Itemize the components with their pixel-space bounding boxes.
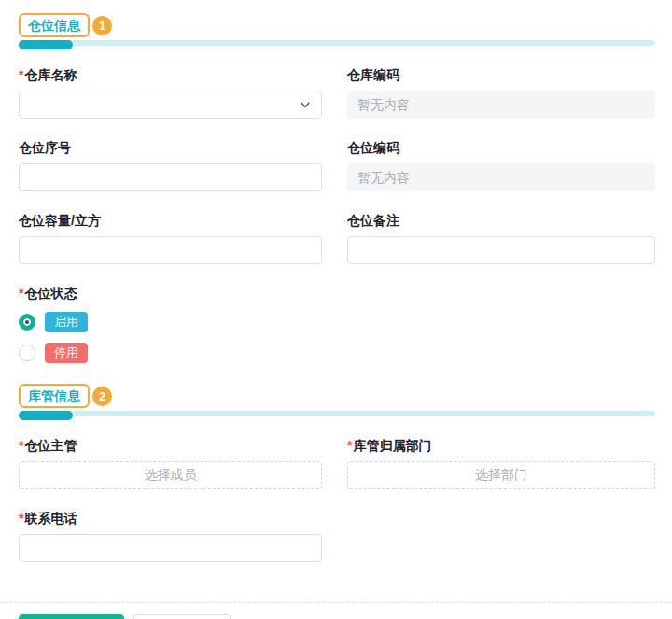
position-status-radio-enabled[interactable]: 启用: [19, 312, 322, 332]
contact-phone-label: * 联系电话: [19, 511, 322, 527]
section-header-position: 仓位信息 1: [19, 13, 655, 37]
section-number-badge: 2: [92, 387, 112, 406]
position-supervisor-label: * 仓位主管: [19, 438, 322, 454]
select-department-button[interactable]: 选择部门: [347, 461, 655, 489]
field-contact-phone: * 联系电话: [19, 511, 322, 562]
position-status-label: * 仓位状态: [19, 286, 322, 302]
required-asterisk: *: [19, 286, 23, 302]
field-position-supervisor: * 仓位主管 选择成员: [19, 438, 322, 489]
form-page: 仓位信息 1 * 仓库名称: [0, 0, 672, 619]
radio-selected-icon[interactable]: [19, 314, 35, 331]
contact-phone-input[interactable]: [19, 534, 322, 562]
field-position-serial: 仓位序号: [19, 140, 322, 191]
required-asterisk: *: [347, 438, 352, 454]
manager-department-label: * 库管归属部门: [347, 438, 655, 454]
section-badge-label: 仓位信息: [28, 17, 80, 34]
warehouse-code-label: 仓库编码: [347, 67, 655, 83]
field-position-status: * 仓位状态 启用 停用: [19, 286, 322, 363]
position-status-radio-disabled[interactable]: 停用: [19, 343, 322, 363]
required-asterisk: *: [19, 67, 23, 83]
field-position-code: 仓位编码: [347, 140, 655, 191]
field-manager-department: * 库管归属部门 选择部门: [347, 438, 655, 489]
position-code-label: 仓位编码: [347, 140, 655, 156]
footer-divider: [0, 602, 672, 603]
section-progress-bar: [19, 411, 655, 421]
progress-track: [19, 40, 655, 46]
section-number-badge: 1: [92, 16, 112, 35]
section-badge-position: 仓位信息: [19, 13, 90, 37]
select-member-button[interactable]: 选择成员: [19, 461, 322, 489]
section-progress-bar: [19, 40, 655, 50]
progress-fill: [19, 40, 73, 49]
submit-button[interactable]: 提交: [19, 614, 124, 619]
warehouse-name-select[interactable]: [19, 91, 322, 119]
field-warehouse-name: * 仓库名称: [19, 67, 322, 119]
position-code-input: [347, 163, 655, 191]
field-position-capacity: 仓位容量/立方: [19, 213, 322, 264]
section-header-manager: 库管信息 2: [19, 384, 655, 408]
position-remark-label: 仓位备注: [347, 213, 655, 229]
status-badge-disabled: 停用: [45, 343, 88, 363]
field-warehouse-code: 仓库编码: [347, 67, 655, 119]
progress-track: [19, 411, 655, 416]
position-remark-input[interactable]: [347, 236, 655, 264]
position-serial-label: 仓位序号: [19, 140, 322, 156]
footer-actions: 提交 保存草稿: [19, 614, 672, 619]
position-capacity-label: 仓位容量/立方: [19, 213, 322, 229]
warehouse-code-input: [347, 91, 655, 119]
position-capacity-input[interactable]: [19, 236, 322, 264]
progress-fill: [19, 411, 73, 420]
position-serial-input[interactable]: [19, 163, 322, 191]
radio-unselected-icon[interactable]: [19, 345, 35, 361]
chevron-down-icon: [298, 97, 313, 112]
section-badge-manager: 库管信息: [19, 384, 90, 408]
status-badge-enabled: 启用: [45, 312, 88, 332]
save-draft-button[interactable]: 保存草稿: [133, 614, 231, 619]
field-position-remark: 仓位备注: [347, 213, 655, 264]
required-asterisk: *: [19, 511, 23, 527]
section-badge-label: 库管信息: [28, 387, 80, 404]
warehouse-name-label: * 仓库名称: [19, 67, 322, 83]
required-asterisk: *: [19, 438, 23, 454]
